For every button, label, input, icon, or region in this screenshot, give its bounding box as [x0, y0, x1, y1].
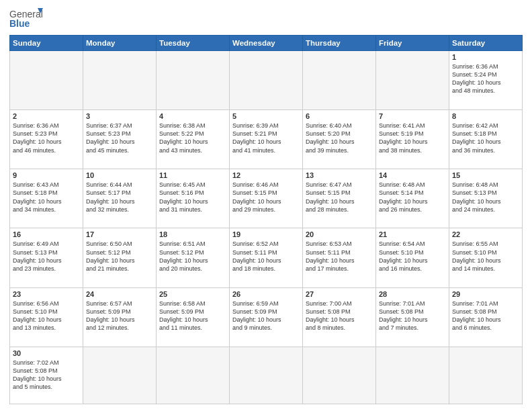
weekday-tuesday: Tuesday [157, 36, 230, 51]
calendar-cell: 6Sunrise: 6:40 AMSunset: 5:20 PMDaylight… [303, 110, 376, 169]
day-number: 2 [13, 112, 80, 120]
day-number: 1 [452, 53, 519, 61]
generalblue-logo-icon: General Blue [9, 7, 43, 31]
calendar-cell: 15Sunrise: 6:48 AMSunset: 5:13 PMDayligh… [449, 169, 523, 228]
day-info: Sunrise: 6:40 AMSunset: 5:20 PMDaylight:… [306, 122, 373, 154]
day-number: 17 [86, 230, 153, 238]
calendar-table: SundayMondayTuesdayWednesdayThursdayFrid… [9, 35, 523, 404]
day-number: 26 [232, 290, 300, 298]
day-number: 25 [159, 290, 226, 298]
calendar-cell [157, 347, 230, 404]
weekday-wednesday: Wednesday [230, 36, 303, 51]
day-info: Sunrise: 6:39 AMSunset: 5:21 PMDaylight:… [232, 122, 300, 154]
day-number: 20 [306, 230, 373, 238]
day-number: 19 [232, 230, 300, 238]
calendar-cell [10, 51, 83, 110]
calendar-cell: 14Sunrise: 6:48 AMSunset: 5:14 PMDayligh… [376, 169, 449, 228]
weekday-saturday: Saturday [449, 36, 523, 51]
calendar-cell: 2Sunrise: 6:36 AMSunset: 5:23 PMDaylight… [10, 110, 83, 169]
calendar-cell: 10Sunrise: 6:44 AMSunset: 5:17 PMDayligh… [83, 169, 157, 228]
day-info: Sunrise: 6:38 AMSunset: 5:22 PMDaylight:… [159, 122, 226, 154]
day-number: 28 [379, 290, 446, 298]
calendar-cell: 8Sunrise: 6:42 AMSunset: 5:18 PMDaylight… [449, 110, 523, 169]
weekday-header-row: SundayMondayTuesdayWednesdayThursdayFrid… [10, 36, 523, 51]
day-number: 24 [86, 290, 153, 298]
day-info: Sunrise: 7:01 AMSunset: 5:08 PMDaylight:… [452, 300, 519, 332]
day-number: 4 [159, 112, 226, 120]
day-info: Sunrise: 6:45 AMSunset: 5:16 PMDaylight:… [159, 181, 226, 214]
day-number: 23 [13, 290, 80, 298]
calendar-cell: 23Sunrise: 6:56 AMSunset: 5:10 PMDayligh… [10, 287, 83, 347]
day-number: 30 [13, 349, 80, 357]
day-info: Sunrise: 6:53 AMSunset: 5:11 PMDaylight:… [306, 240, 373, 273]
calendar-cell: 11Sunrise: 6:45 AMSunset: 5:16 PMDayligh… [157, 169, 230, 228]
calendar-cell: 17Sunrise: 6:50 AMSunset: 5:12 PMDayligh… [83, 228, 157, 287]
calendar-cell: 22Sunrise: 6:55 AMSunset: 5:10 PMDayligh… [449, 228, 523, 287]
day-number: 13 [306, 171, 373, 179]
day-info: Sunrise: 6:48 AMSunset: 5:14 PMDaylight:… [379, 181, 446, 214]
header: General Blue [9, 7, 523, 31]
week-row-4: 23Sunrise: 6:56 AMSunset: 5:10 PMDayligh… [10, 287, 523, 347]
calendar-cell [376, 51, 449, 110]
calendar-cell: 1Sunrise: 6:36 AMSunset: 5:24 PMDaylight… [449, 51, 523, 110]
calendar-cell: 12Sunrise: 6:46 AMSunset: 5:15 PMDayligh… [230, 169, 303, 228]
day-info: Sunrise: 6:52 AMSunset: 5:11 PMDaylight:… [232, 240, 300, 273]
calendar-cell: 21Sunrise: 6:54 AMSunset: 5:10 PMDayligh… [376, 228, 449, 287]
calendar-cell [303, 347, 376, 404]
calendar-cell: 18Sunrise: 6:51 AMSunset: 5:12 PMDayligh… [157, 228, 230, 287]
calendar-cell: 5Sunrise: 6:39 AMSunset: 5:21 PMDaylight… [230, 110, 303, 169]
day-info: Sunrise: 6:36 AMSunset: 5:23 PMDaylight:… [13, 122, 80, 154]
day-info: Sunrise: 6:56 AMSunset: 5:10 PMDaylight:… [13, 300, 80, 332]
calendar-cell: 3Sunrise: 6:37 AMSunset: 5:23 PMDaylight… [83, 110, 157, 169]
day-info: Sunrise: 7:01 AMSunset: 5:08 PMDaylight:… [379, 300, 446, 332]
calendar-cell [83, 51, 157, 110]
day-info: Sunrise: 6:47 AMSunset: 5:15 PMDaylight:… [306, 181, 373, 214]
day-number: 21 [379, 230, 446, 238]
weekday-sunday: Sunday [10, 36, 83, 51]
day-number: 7 [379, 112, 446, 120]
weekday-thursday: Thursday [303, 36, 376, 51]
day-info: Sunrise: 6:49 AMSunset: 5:13 PMDaylight:… [13, 240, 80, 273]
calendar-cell: 25Sunrise: 6:58 AMSunset: 5:09 PMDayligh… [157, 287, 230, 347]
calendar-cell: 16Sunrise: 6:49 AMSunset: 5:13 PMDayligh… [10, 228, 83, 287]
day-info: Sunrise: 6:48 AMSunset: 5:13 PMDaylight:… [452, 181, 519, 214]
week-row-0: 1Sunrise: 6:36 AMSunset: 5:24 PMDaylight… [10, 51, 523, 110]
calendar-cell [83, 347, 157, 404]
calendar-cell [230, 347, 303, 404]
calendar-cell [303, 51, 376, 110]
week-row-1: 2Sunrise: 6:36 AMSunset: 5:23 PMDaylight… [10, 110, 523, 169]
day-info: Sunrise: 6:57 AMSunset: 5:09 PMDaylight:… [86, 300, 153, 332]
day-info: Sunrise: 6:54 AMSunset: 5:10 PMDaylight:… [379, 240, 446, 273]
day-number: 15 [452, 171, 519, 179]
calendar-cell: 4Sunrise: 6:38 AMSunset: 5:22 PMDaylight… [157, 110, 230, 169]
day-number: 18 [159, 230, 226, 238]
day-info: Sunrise: 6:42 AMSunset: 5:18 PMDaylight:… [452, 122, 519, 154]
logo: General Blue [9, 7, 43, 31]
day-info: Sunrise: 6:36 AMSunset: 5:24 PMDaylight:… [452, 62, 519, 95]
calendar-cell: 19Sunrise: 6:52 AMSunset: 5:11 PMDayligh… [230, 228, 303, 287]
calendar-cell: 13Sunrise: 6:47 AMSunset: 5:15 PMDayligh… [303, 169, 376, 228]
calendar-cell [376, 347, 449, 404]
day-number: 10 [86, 171, 153, 179]
day-number: 29 [452, 290, 519, 298]
svg-text:Blue: Blue [9, 18, 30, 29]
weekday-monday: Monday [83, 36, 157, 51]
day-info: Sunrise: 7:02 AMSunset: 5:08 PMDaylight:… [13, 359, 80, 392]
day-number: 14 [379, 171, 446, 179]
day-number: 12 [232, 171, 300, 179]
day-info: Sunrise: 7:00 AMSunset: 5:08 PMDaylight:… [306, 300, 373, 332]
day-number: 5 [232, 112, 300, 120]
calendar-cell: 28Sunrise: 7:01 AMSunset: 5:08 PMDayligh… [376, 287, 449, 347]
calendar-cell: 24Sunrise: 6:57 AMSunset: 5:09 PMDayligh… [83, 287, 157, 347]
day-number: 9 [13, 171, 80, 179]
day-info: Sunrise: 6:44 AMSunset: 5:17 PMDaylight:… [86, 181, 153, 214]
calendar-cell: 9Sunrise: 6:43 AMSunset: 5:18 PMDaylight… [10, 169, 83, 228]
day-number: 27 [306, 290, 373, 298]
day-number: 16 [13, 230, 80, 238]
calendar-cell: 20Sunrise: 6:53 AMSunset: 5:11 PMDayligh… [303, 228, 376, 287]
day-info: Sunrise: 6:46 AMSunset: 5:15 PMDaylight:… [232, 181, 300, 214]
calendar-cell: 7Sunrise: 6:41 AMSunset: 5:19 PMDaylight… [376, 110, 449, 169]
calendar-cell [449, 347, 523, 404]
day-info: Sunrise: 6:51 AMSunset: 5:12 PMDaylight:… [159, 240, 226, 273]
week-row-2: 9Sunrise: 6:43 AMSunset: 5:18 PMDaylight… [10, 169, 523, 228]
